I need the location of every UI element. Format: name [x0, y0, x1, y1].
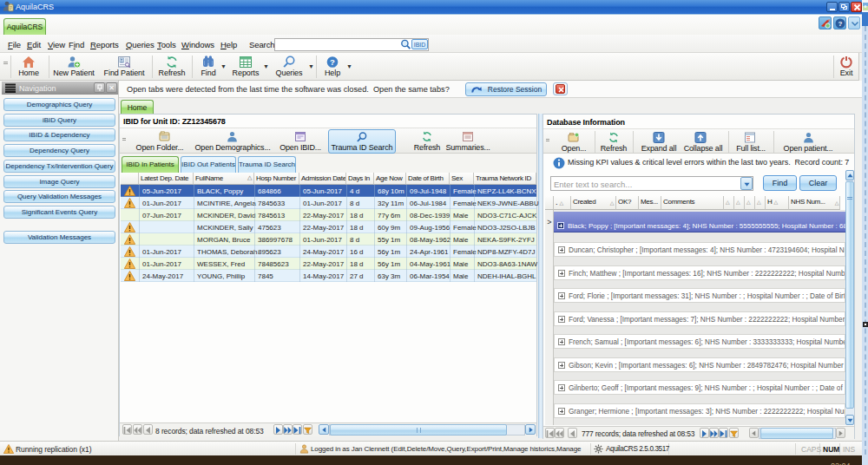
svg-text:?: ? [838, 20, 843, 28]
svg-text:?: ? [330, 57, 335, 67]
